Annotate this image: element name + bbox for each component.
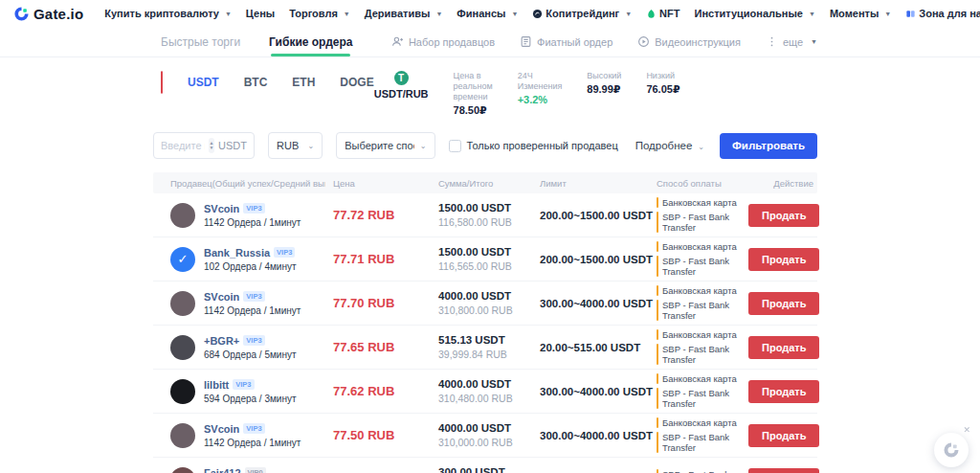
video-guide-link[interactable]: Видеоинструкция [637, 35, 741, 48]
tab-flexible-orders[interactable]: Гибкие ордера [269, 27, 352, 56]
nav-item-2[interactable]: Торговля▼ [289, 8, 350, 19]
play-circle-icon [637, 35, 650, 48]
realtime-price-stat: Цена в реальном времени 78.50₽ [454, 71, 493, 117]
payment-method-bar [657, 373, 658, 384]
seller-name[interactable]: +BGR+ [204, 335, 239, 347]
payment-method-bar [657, 329, 658, 340]
p2p-sub-navigation: Быстрые торги Гибкие ордера Набор продав… [0, 27, 980, 57]
limit-cell: 200.00~1500.00 USDT [532, 254, 649, 265]
seller-name[interactable]: SVcoin [204, 291, 239, 303]
seller-name[interactable]: lilbitt [204, 379, 229, 391]
seller-name[interactable]: SVcoin [204, 203, 239, 214]
sell-button[interactable]: Продать [748, 336, 819, 359]
payment-cell: Банковская картаSBP - Fast Bank Transfer [649, 417, 748, 453]
chevron-down-icon: ▼ [884, 11, 891, 17]
nav-item-6[interactable]: NFT [646, 8, 679, 19]
price-ticker: T USDT/RUB Цена в реальном времени 78.50… [374, 71, 824, 117]
payment-method-bar [657, 241, 658, 252]
seller-avatar[interactable] [170, 335, 195, 360]
coin-tabs: USDTBTCETHDOGE [188, 76, 374, 89]
seller-avatar[interactable] [170, 291, 195, 316]
fiat-order-link[interactable]: Фиатный ордер [520, 35, 612, 48]
nav-item-8[interactable]: Моменты▼ [830, 8, 891, 19]
seller-avatar[interactable] [170, 423, 195, 448]
seller-avatar[interactable] [170, 203, 195, 228]
sum-total: 116,580.00 RUB [438, 216, 532, 228]
sell-button[interactable]: Продать [748, 380, 819, 403]
seller-orders: 684 Ордера / 5минут [204, 349, 297, 360]
pair-block: T USDT/RUB [374, 71, 429, 117]
payment-method-select[interactable]: Выберите способ⌄ [336, 132, 434, 159]
sum-cell: 4000.00 USDT 310,800.00 RUB [410, 290, 532, 316]
chevron-down-icon: ⌄ [420, 142, 427, 150]
coin-tab-btc[interactable]: BTC [244, 76, 268, 89]
filter-button[interactable]: Фильтровать [720, 133, 817, 159]
amount-input[interactable] [161, 140, 205, 151]
sum-total: 39,999.84 RUB [438, 349, 532, 360]
seller-avatar[interactable] [170, 467, 195, 473]
verified-seller-checkbox[interactable] [449, 140, 461, 152]
limit-cell: 20.00~515.00 USDT [532, 342, 649, 353]
tab-quick-trade[interactable]: Быстрые торги [161, 27, 240, 56]
seller-cell: Fair412 VIP0 80 Ордера / 2минут [153, 467, 325, 473]
currency-select[interactable]: RUB⌄ [268, 132, 323, 159]
sell-button[interactable]: Продать [748, 424, 819, 447]
header-limit: Лимит [532, 178, 649, 189]
document-icon [520, 35, 532, 48]
gate-logo[interactable]: Gate.io [13, 6, 83, 22]
nav-item-0[interactable]: Купить криптовалюту▼ [104, 8, 232, 19]
nav-item-3[interactable]: Деривативы▼ [365, 8, 443, 19]
seller-cell: SVcoin VIP3 1142 Ордера / 1минут [153, 423, 325, 448]
sell-button[interactable]: Продать [748, 468, 819, 473]
sell-button[interactable]: Продать [748, 204, 819, 227]
support-widget: ✕ [932, 425, 972, 469]
payment-method: Банковская карта [657, 329, 748, 340]
nav-item-9[interactable]: Зона для начинающих [905, 8, 980, 19]
seller-set-link[interactable]: Набор продавцов [391, 35, 495, 48]
payment-method-bar [657, 197, 658, 208]
more-link[interactable]: еще▼ [766, 35, 817, 48]
verified-seller-checkbox-group[interactable]: Только проверенный продавец [449, 140, 618, 152]
chevron-down-icon: ▼ [511, 11, 518, 17]
nav-item-7[interactable]: Институциональные▼ [694, 8, 814, 19]
coin-tab-doge[interactable]: DOGE [340, 76, 373, 89]
gate-logo-icon [13, 6, 30, 22]
amount-input-box: ▲▼ USDT [153, 132, 255, 159]
seller-name[interactable]: SVcoin [204, 423, 239, 435]
sum-amount: 4000.00 USDT [438, 422, 532, 434]
header-sum: Сумма/Итого [410, 178, 532, 189]
payment-cell: Банковская картаSBP - Fast Bank Transfer [649, 373, 748, 409]
coin-tab-usdt[interactable]: USDT [188, 76, 219, 89]
main-menu: Купить криптовалюту▼ЦеныТорговля▼Дериват… [104, 8, 980, 19]
more-filters-link[interactable]: Подробнее⌄ [635, 140, 704, 151]
table-row: SVcoin VIP3 1142 Ордера / 1минут 77.70 R… [153, 282, 817, 326]
seller-name[interactable]: Bank_Russia [204, 247, 270, 259]
payment-method-bar [657, 285, 658, 296]
sum-cell: 1500.00 USDT 116,565.00 RUB [410, 246, 532, 272]
limit-cell: 300.00~4000.00 USDT [532, 430, 649, 441]
nav-item-1[interactable]: Цены [246, 8, 275, 19]
support-chat-button[interactable] [934, 433, 969, 467]
nav-item-5[interactable]: Копитрейдинг▼ [532, 8, 632, 19]
amount-stepper[interactable]: ▲▼ [209, 138, 214, 153]
payment-method: SBP - Fast Bank Transfer [657, 344, 748, 365]
seller-orders: 594 Ордера / 3минут [204, 394, 297, 404]
payment-method: Банковская карта [657, 373, 748, 384]
sum-cell: 300.00 USDT 23,220.00 RUB [410, 466, 532, 473]
chevron-down-icon: ⌄ [698, 143, 704, 151]
sell-button[interactable]: Продать [748, 248, 819, 271]
close-icon[interactable]: ✕ [963, 425, 970, 435]
nav-item-4[interactable]: Финансы▼ [457, 8, 518, 19]
vertical-dots-icon [766, 35, 778, 48]
apps-grid-icon[interactable] [93, 8, 95, 19]
amount-suffix: USDT [218, 140, 247, 151]
coin-tab-eth[interactable]: ETH [292, 76, 315, 89]
buy-toggle-button[interactable]: Купить [162, 72, 163, 93]
pair-name: USDT/RUB [374, 88, 429, 100]
seller-name[interactable]: Fair412 [204, 467, 241, 473]
payment-method: Банковская карта [657, 417, 748, 428]
seller-avatar[interactable] [170, 379, 195, 404]
sell-button[interactable]: Продать [748, 292, 819, 315]
verified-avatar[interactable]: ✓ [170, 247, 195, 272]
chevron-down-icon: ▼ [435, 11, 442, 17]
